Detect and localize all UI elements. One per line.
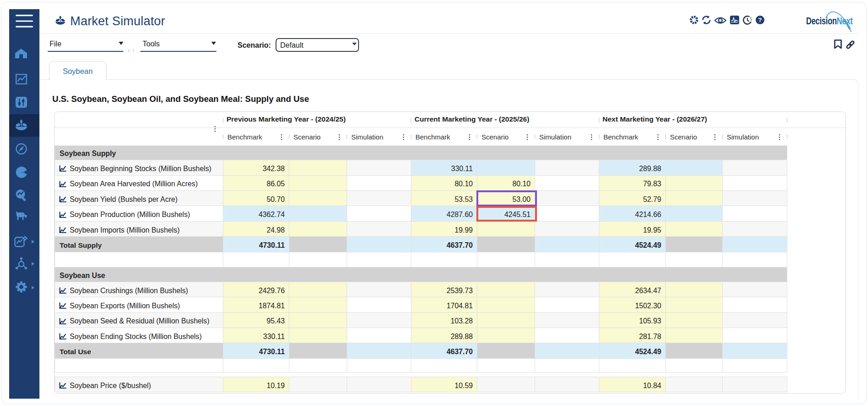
svg-text:?: ? [758,17,762,23]
svg-text:$: $ [22,170,25,175]
